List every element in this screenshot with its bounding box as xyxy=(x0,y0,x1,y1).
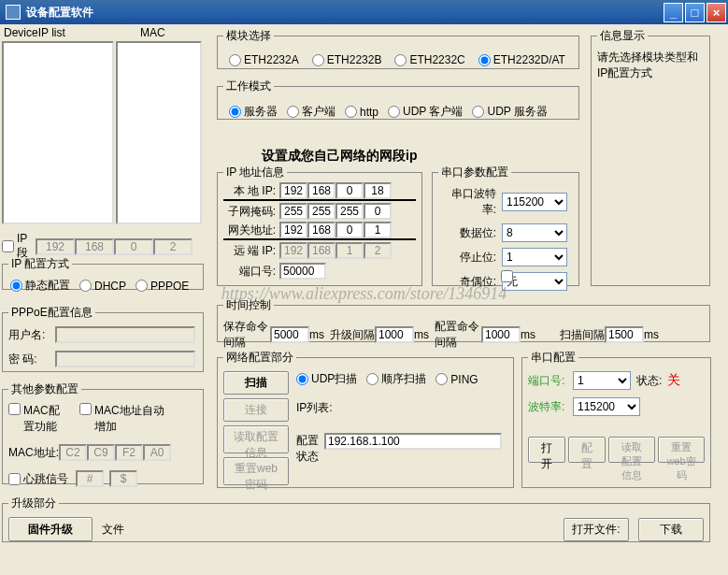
openfile-button[interactable]: 打开文件: xyxy=(564,518,629,541)
up-interval-label: 升级间隔 xyxy=(330,327,375,343)
local-ip-3[interactable] xyxy=(335,182,364,199)
radio-client[interactable]: 客户端 xyxy=(287,104,335,120)
baud-select[interactable]: 115200 xyxy=(502,193,567,211)
remote-4[interactable] xyxy=(364,242,392,259)
cfgstatus-label: 配置状态 xyxy=(296,433,324,465)
ipseg-c[interactable] xyxy=(114,238,153,255)
macaddr-label: MAC地址: xyxy=(8,445,59,461)
module-group: 模块选择 ETH2232A ETH2232B ETH2232C ETH2232D… xyxy=(217,28,579,69)
ipseg-checkbox[interactable] xyxy=(2,240,14,252)
mask-3[interactable] xyxy=(335,203,364,220)
cfg-interval[interactable] xyxy=(481,326,521,343)
cfg-interval-label: 配置命令间隔 xyxy=(435,319,481,351)
radio-static[interactable]: 静态配置 xyxy=(10,278,70,294)
pppoe-user-input[interactable] xyxy=(55,326,195,343)
ipseg-b[interactable] xyxy=(75,238,114,255)
pppoe-group: PPPoE配置信息 用户名: 密 码: xyxy=(2,305,204,372)
local-ip-4[interactable] xyxy=(364,182,392,199)
gate-2[interactable] xyxy=(307,222,335,238)
stopbits-select[interactable]: 1 xyxy=(502,248,567,266)
time-legend: 时间控制 xyxy=(223,297,274,313)
databits-select[interactable]: 8 xyxy=(502,223,567,242)
radio-udpclient[interactable]: UDP 客户端 xyxy=(388,104,463,120)
app-icon xyxy=(6,5,21,20)
mac4[interactable] xyxy=(143,444,171,461)
ipseg-d[interactable] xyxy=(153,238,193,255)
iplist-label: IP列表: xyxy=(296,400,507,416)
stopbits-label: 停止位: xyxy=(438,250,502,266)
save-interval[interactable] xyxy=(270,326,309,343)
mac-list[interactable] xyxy=(116,41,202,224)
gate-4[interactable] xyxy=(364,222,392,238)
remote-2[interactable] xyxy=(307,242,335,259)
serial-legend: 串口参数配置 xyxy=(438,165,511,180)
mac2[interactable] xyxy=(87,444,115,461)
local-ip-1[interactable] xyxy=(279,182,307,199)
radio-server[interactable]: 服务器 xyxy=(229,104,278,120)
cfgstatus-input[interactable] xyxy=(324,433,502,450)
gate-3[interactable] xyxy=(335,222,364,238)
scan-interval[interactable] xyxy=(605,326,644,343)
portnum-select[interactable]: 1 xyxy=(573,371,631,390)
mode-legend: 工作模式 xyxy=(223,79,274,94)
radio-ping[interactable]: PING xyxy=(435,373,478,386)
deviceip-list[interactable] xyxy=(2,41,114,224)
open-button[interactable]: 打开 xyxy=(528,437,565,463)
macauto-checkbox[interactable]: MAC地址自动增加 xyxy=(79,403,169,435)
parity-label: 奇偶位: xyxy=(438,274,502,290)
remote-3[interactable] xyxy=(335,242,364,259)
radio-eth2232d[interactable]: ETH2232D/AT xyxy=(478,53,565,66)
mask-label: 子网掩码: xyxy=(223,204,279,220)
upgrade-group: 升级部分 固件升级 文件 打开文件: 下载 xyxy=(2,496,710,542)
mask-2[interactable] xyxy=(307,203,335,220)
mask-4[interactable] xyxy=(364,203,392,220)
status-value: 关 xyxy=(667,372,680,389)
port-input[interactable] xyxy=(279,263,326,280)
download-button[interactable]: 下载 xyxy=(638,518,704,541)
radio-seqscan[interactable]: 顺序扫描 xyxy=(366,371,426,387)
banner-text: 设置成您自己网络的网段ip xyxy=(262,148,417,165)
file-label: 文件 xyxy=(102,522,124,538)
radio-eth2232b[interactable]: ETH2232B xyxy=(312,53,382,66)
firmware-button[interactable]: 固件升级 xyxy=(8,517,93,541)
gate-1[interactable] xyxy=(279,222,307,238)
serial-readcfg-button[interactable]: 读取配置信息 xyxy=(608,437,655,463)
unknown-checkbox[interactable] xyxy=(501,270,513,282)
remote-1[interactable] xyxy=(279,242,307,259)
mask-1[interactable] xyxy=(279,203,307,220)
cfg-button[interactable]: 配置 xyxy=(568,437,606,463)
macfn-checkbox[interactable]: MAC配置功能 xyxy=(8,403,70,435)
pppoe-user-label: 用户名: xyxy=(8,327,55,343)
radio-udpscan[interactable]: UDP扫描 xyxy=(296,371,357,387)
local-ip-2[interactable] xyxy=(307,182,335,199)
databits-label: 数据位: xyxy=(438,225,502,241)
maximize-button[interactable]: □ xyxy=(685,3,705,22)
info-legend: 信息显示 xyxy=(597,28,648,44)
radio-eth2232a[interactable]: ETH2232A xyxy=(229,53,299,66)
scan-button[interactable]: 扫描 xyxy=(223,371,289,395)
hb2[interactable] xyxy=(109,470,137,487)
mac3[interactable] xyxy=(115,444,143,461)
minimize-button[interactable]: _ xyxy=(664,3,683,22)
mac1[interactable] xyxy=(59,444,87,461)
ipseg-a[interactable] xyxy=(36,238,75,255)
radio-http[interactable]: http xyxy=(345,106,378,119)
serial-resetweb-button[interactable]: 重置web密码 xyxy=(658,437,705,463)
heartbeat-checkbox[interactable]: 心跳信号 xyxy=(8,471,68,487)
ipaddr-legend: IP 地址信息 xyxy=(223,165,287,180)
close-button[interactable]: × xyxy=(707,3,726,22)
connect-button[interactable]: 连接 xyxy=(223,398,289,422)
pppoe-pass-input[interactable] xyxy=(55,351,195,367)
radio-udpserver[interactable]: UDP 服务器 xyxy=(472,104,547,120)
resetweb-button[interactable]: 重置web密码 xyxy=(223,457,289,485)
serialbaud-select[interactable]: 115200 xyxy=(573,397,640,416)
radio-pppoe[interactable]: PPPOE xyxy=(136,280,189,293)
status-label: 状态: xyxy=(636,373,662,389)
radio-eth2232c[interactable]: ETH2232C xyxy=(394,53,464,66)
up-interval[interactable] xyxy=(375,326,414,343)
readcfg-button[interactable]: 读取配置信息 xyxy=(223,425,289,453)
info-group: 信息显示 请先选择模块类型和IP配置方式 xyxy=(591,28,710,286)
time-group: 时间控制 保存命令间隔ms 升级间隔ms 配置命令间隔ms 扫描间隔ms xyxy=(217,297,710,342)
hb1[interactable] xyxy=(76,470,104,487)
radio-dhcp[interactable]: DHCP xyxy=(79,280,126,293)
